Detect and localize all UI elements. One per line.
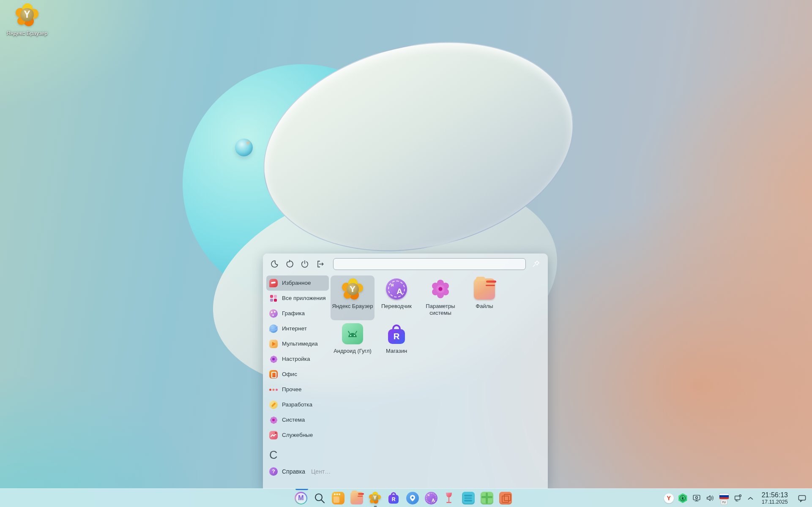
kaspersky-icon[interactable]: k [678,493,688,503]
sleep-button[interactable] [269,259,280,270]
app-translator[interactable]: я A Переводчик [375,275,418,320]
system-settings-icon [430,278,451,300]
alphabetical-section: С ? Справка Цент… [263,443,548,476]
category-favorites[interactable]: Избранное [266,275,329,291]
rustore-taskbar-icon[interactable]: R [388,492,400,504]
app-files[interactable]: Файлы [462,275,506,320]
yandex-tray-icon[interactable]: Y [664,493,674,503]
office-icon [269,370,278,379]
category-list: Избранное Все приложения Графика [266,275,329,443]
search-icon[interactable] [313,492,326,504]
window-switcher-icon[interactable] [499,492,512,504]
desktop-shortcut-yandex-browser[interactable]: Y Яндекс Браузер [2,3,52,36]
taskbar: M Y R [0,488,812,507]
app-help-secondary: Цент… [311,468,331,475]
clock[interactable]: 21:56:13 17.11.2025 [762,491,788,505]
internet-icon [269,324,278,333]
android-icon [342,323,363,344]
application-launcher-menu: Избранное Все приложения Графика [263,254,548,489]
category-system[interactable]: Система [266,412,329,428]
pin-icon [531,259,541,269]
multimedia-icon [269,340,278,348]
favorites-icon [269,279,278,287]
logout-icon [315,259,325,269]
category-graphics[interactable]: Графика [266,306,329,321]
app-rustore[interactable]: R Магазин [375,320,418,358]
desktop-shortcut-label: Яндекс Браузер [2,30,52,36]
notifications-icon[interactable] [797,493,807,503]
wine-icon[interactable] [443,492,456,504]
display-brightness-icon[interactable] [692,493,701,503]
translator-icon: я A [386,278,407,300]
restart-button[interactable] [284,259,295,270]
app-system-settings[interactable]: Параметры системы [418,275,462,320]
category-settings[interactable]: Настройка [266,352,329,367]
category-office[interactable]: Офис [266,367,329,382]
yandex-browser-taskbar-icon[interactable]: Y [369,492,382,504]
desktop: Y Яндекс Браузер [0,0,812,507]
app-android[interactable]: Андроид (Гугл) [331,320,375,358]
app-yandex-browser[interactable]: Y Яндекс Браузер [331,275,375,320]
all-apps-icon [269,294,278,303]
files-folder-icon [474,278,495,300]
keyboard-layout-flag-icon[interactable]: ru [719,492,729,504]
graphics-icon [269,309,278,318]
sleep-moon-icon [270,259,279,269]
rustore-bag-icon: R [386,323,407,344]
text-lines-icon[interactable] [462,492,475,504]
connected-devices-icon[interactable] [733,493,743,503]
volume-icon[interactable] [705,493,715,503]
settings-flower-icon [269,355,278,363]
clock-time: 21:56:13 [762,491,788,499]
launcher-content: Избранное Все приложения Графика [263,273,548,443]
help-icon: ? [269,467,278,476]
browser-window-icon[interactable] [332,492,344,504]
expand-tray-icon[interactable] [747,495,754,502]
utilities-chart-icon [269,431,278,439]
logout-button[interactable] [314,259,325,270]
category-internet[interactable]: Интернет [266,321,329,336]
maps-pin-icon[interactable] [406,492,419,504]
system-tray: Y k [664,489,807,507]
category-development[interactable]: Разработка [266,397,329,412]
favorites-grid: Y Яндекс Браузер я A Переводчик Параметр… [329,275,544,443]
launcher-header [263,254,548,273]
yandex-browser-icon: Y [342,278,363,300]
category-other[interactable]: Прочее [266,382,329,397]
restart-icon [285,259,294,269]
keyboard-layout-badge: ru [721,499,727,505]
green-plus-icon[interactable] [481,492,493,504]
taskbar-launchers: M Y R [295,489,512,507]
shutdown-button[interactable] [299,259,310,270]
yandex-browser-icon: Y [16,3,38,26]
system-flower-icon [269,416,278,424]
file-manager-icon[interactable] [350,492,363,504]
wallpaper-sphere [235,139,253,156]
category-utilities[interactable]: Служебные [266,428,329,443]
other-dots-icon [269,385,278,394]
category-all-apps[interactable]: Все приложения [266,291,329,306]
power-icon [300,259,309,269]
category-multimedia[interactable]: Мультимедиа [266,336,329,352]
section-letter-header: С [269,449,541,462]
pin-button[interactable] [531,259,541,269]
development-wrench-icon [269,401,278,409]
clock-date: 17.11.2025 [762,499,788,505]
app-menu-m-icon[interactable]: M [295,492,307,504]
russian-flag-icon [719,493,729,499]
search-input[interactable] [333,258,526,270]
app-help[interactable]: ? Справка Цент… [269,467,541,476]
translator-taskbar-icon[interactable]: я A [425,492,437,504]
